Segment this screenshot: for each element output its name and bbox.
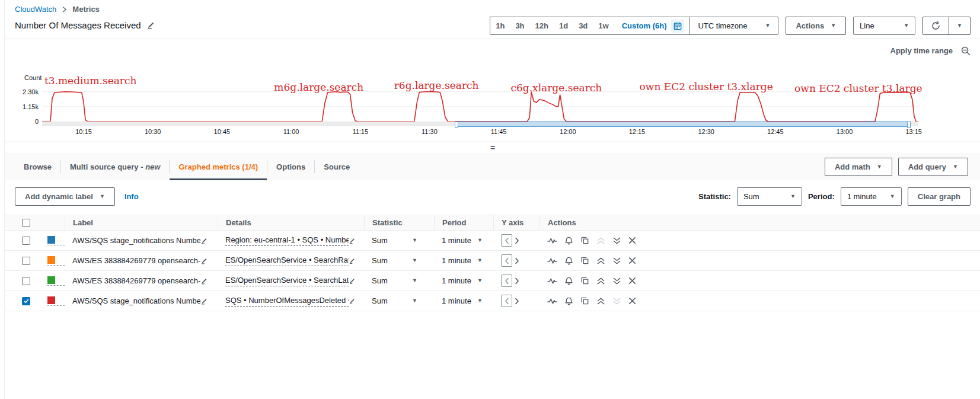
row-statistic-dropdown[interactable]: Sum▼ (364, 256, 434, 265)
row-statistic-dropdown[interactable]: Sum▼ (364, 276, 434, 285)
tab-browse[interactable]: Browse (15, 153, 60, 180)
row-checkbox[interactable] (22, 237, 30, 245)
move-up-icon[interactable] (596, 277, 605, 285)
column-statistic[interactable]: Statistic (364, 215, 434, 230)
yaxis-left-toggle[interactable] (501, 274, 512, 287)
remove-metric-icon[interactable] (628, 297, 636, 305)
duplicate-icon[interactable] (580, 256, 589, 265)
yaxis-right-toggle[interactable] (514, 298, 520, 305)
resize-handle[interactable]: = (490, 145, 495, 151)
column-details[interactable]: Details (218, 215, 364, 230)
graph-metric-icon[interactable] (547, 236, 557, 245)
metric-details-link[interactable]: Region: eu-central-1 • SQS • NumberOfM (225, 235, 349, 246)
graph-metric-icon[interactable] (547, 276, 557, 285)
edit-details-icon[interactable] (349, 257, 356, 265)
tab-options[interactable]: Options (267, 153, 314, 180)
row-statistic-dropdown[interactable]: Sum▼ (364, 296, 434, 305)
remove-metric-icon[interactable] (628, 277, 636, 285)
add-dynamic-label-button[interactable]: Add dynamic label▼ (15, 187, 115, 206)
remove-metric-icon[interactable] (628, 257, 636, 264)
metric-color-swatch[interactable] (47, 256, 65, 266)
column-label[interactable]: Label (65, 215, 218, 230)
edit-details-icon[interactable] (349, 297, 356, 305)
remove-metric-icon[interactable] (628, 237, 636, 244)
row-statistic-dropdown[interactable]: Sum▼ (364, 236, 434, 245)
move-down-icon[interactable] (612, 257, 621, 265)
row-checkbox[interactable] (22, 277, 30, 285)
timezone-dropdown[interactable]: UTC timezone ▼ (690, 17, 778, 34)
edit-label-icon[interactable] (200, 237, 208, 245)
yaxis-left-toggle[interactable] (501, 234, 512, 247)
metric-details-link[interactable]: ES/OpenSearchService • SearchLatency • (225, 276, 349, 286)
create-alarm-icon[interactable] (564, 256, 573, 266)
range-1h-button[interactable]: 1h (490, 17, 510, 34)
metric-details-link[interactable]: ES/OpenSearchService • SearchRate • Do (225, 256, 349, 266)
edit-title-icon[interactable] (146, 21, 155, 30)
clear-graph-button[interactable]: Clear graph (908, 187, 971, 206)
calendar-icon[interactable] (671, 20, 684, 33)
breadcrumb: CloudWatch Metrics (5, 0, 980, 15)
tab-source[interactable]: Source (315, 153, 359, 180)
duplicate-icon[interactable] (580, 296, 589, 305)
line-chart[interactable] (42, 65, 918, 122)
row-checkbox[interactable] (22, 257, 30, 265)
row-period-dropdown[interactable]: 1 minute▼ (434, 296, 493, 305)
info-link[interactable]: Info (125, 192, 139, 201)
yaxis-right-toggle[interactable] (514, 257, 520, 264)
chart-type-select[interactable]: Line ▼ (853, 17, 915, 35)
row-period-dropdown[interactable]: 1 minute▼ (434, 256, 493, 265)
create-alarm-icon[interactable] (564, 296, 573, 306)
graph-metric-icon[interactable] (547, 296, 557, 305)
graph-metric-icon[interactable] (547, 256, 557, 265)
range-1d-button[interactable]: 1d (554, 17, 573, 34)
refresh-options-dropdown[interactable]: ▼ (949, 17, 970, 34)
metric-color-swatch[interactable] (47, 236, 65, 245)
custom-range-button[interactable]: Custom (6h) (614, 17, 671, 34)
metric-color-swatch[interactable] (47, 296, 65, 306)
row-checkbox[interactable] (22, 297, 30, 305)
range-3d-button[interactable]: 3d (573, 17, 593, 34)
range-1w-button[interactable]: 1w (593, 17, 614, 34)
column-actions[interactable]: Actions (540, 215, 980, 230)
edit-details-icon[interactable] (349, 237, 356, 245)
duplicate-icon[interactable] (580, 276, 589, 285)
refresh-button[interactable] (923, 17, 949, 34)
actions-dropdown-button[interactable]: Actions ▼ (786, 17, 846, 35)
create-alarm-icon[interactable] (564, 236, 573, 245)
metric-details-link[interactable]: SQS • NumberOfMessagesDeleted • Queu (225, 296, 349, 307)
row-period-dropdown[interactable]: 1 minute▼ (434, 276, 493, 285)
yaxis-left-toggle[interactable] (501, 254, 512, 267)
tab-graphed-metrics[interactable]: Graphed metrics (1/4) (170, 153, 267, 180)
move-up-icon[interactable] (596, 257, 605, 265)
zoom-out-icon[interactable] (960, 46, 971, 58)
period-select[interactable]: 1 minute▼ (841, 187, 902, 206)
add-query-button[interactable]: Add query▼ (898, 158, 968, 176)
move-down-icon[interactable] (612, 297, 621, 305)
yaxis-left-toggle[interactable] (501, 295, 512, 307)
timeline-zoom-selection[interactable] (455, 122, 911, 127)
edit-label-icon[interactable] (200, 257, 208, 265)
tab-multi-source-query[interactable]: Multi source query - new (61, 153, 169, 180)
row-period-dropdown[interactable]: 1 minute▼ (434, 236, 493, 245)
column-yaxis[interactable]: Y axis (493, 215, 540, 230)
breadcrumb-cloudwatch-link[interactable]: CloudWatch (15, 5, 56, 14)
edit-details-icon[interactable] (349, 277, 356, 285)
move-down-icon[interactable] (612, 237, 621, 245)
column-period[interactable]: Period (434, 215, 493, 230)
yaxis-right-toggle[interactable] (514, 277, 520, 285)
yaxis-right-toggle[interactable] (514, 237, 520, 244)
range-3h-button[interactable]: 3h (510, 17, 529, 34)
select-all-checkbox[interactable] (22, 219, 30, 227)
move-up-icon[interactable] (596, 237, 605, 245)
metric-color-swatch[interactable] (47, 276, 65, 286)
range-12h-button[interactable]: 12h (530, 17, 554, 34)
statistic-select[interactable]: Sum▼ (737, 187, 802, 206)
add-math-button[interactable]: Add math▼ (825, 158, 892, 176)
apply-time-range[interactable]: Apply time range (890, 46, 953, 55)
create-alarm-icon[interactable] (564, 276, 573, 286)
move-down-icon[interactable] (612, 277, 621, 285)
move-up-icon[interactable] (596, 297, 605, 305)
edit-label-icon[interactable] (200, 277, 208, 285)
edit-label-icon[interactable] (200, 297, 208, 305)
duplicate-icon[interactable] (580, 236, 589, 245)
